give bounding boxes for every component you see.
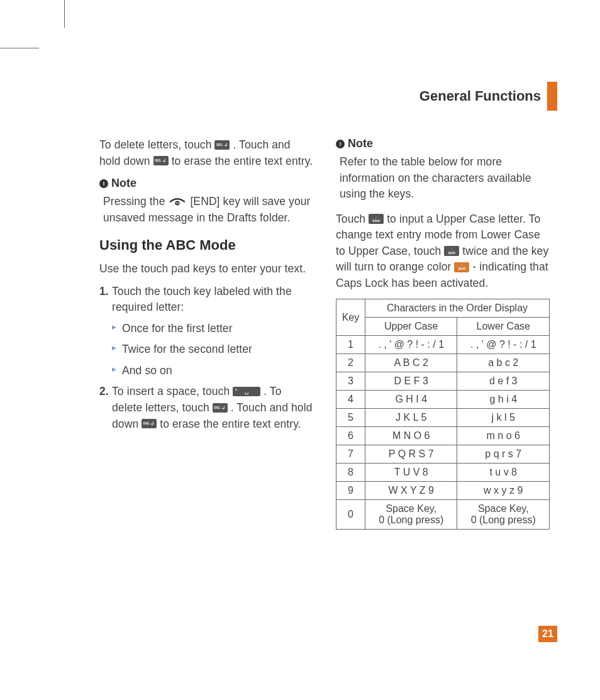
shift-key-icon [369,214,384,224]
crop-mark-v [64,0,65,28]
note-label: Note [111,177,136,190]
text: To insert a space, touch [112,385,233,397]
note-label: Note [348,137,373,150]
table-row: 5J K L 5j k l 5 [336,409,550,427]
note-text: Refer to the table below for more inform… [340,154,550,203]
shift-key-icon [444,246,459,256]
cell-lower: d e f 3 [457,372,550,391]
del-key-icon [213,403,228,413]
list-number: 2. [99,384,109,400]
table-row: 1. , ' @ ? ! - : / 1. , ' @ ? ! - : / 1 [336,336,550,354]
space-key-icon [233,387,260,396]
table-row: 4G H I 4g h i 4 [336,391,550,409]
paragraph: Touch to input a Upper Case letter. To c… [336,211,550,292]
list-item: 1. Touch the touch key labeled with the … [99,284,313,379]
cell-key: 5 [336,409,365,427]
cell-key: 0 [336,500,365,530]
note-body: Refer to the table below for more inform… [340,154,550,203]
note-header: ! Note [99,177,313,190]
ordered-list: 1. Touch the touch key labeled with the … [99,284,313,432]
cell-upper: T U V 8 [365,464,457,482]
cell-key: 2 [336,354,365,372]
text: To delete letters, touch [99,138,214,151]
th-lower: Lower Case [457,318,550,336]
cell-lower: j k l 5 [457,409,550,427]
sub-list: Once for the first letter Twice for the … [112,321,313,379]
text: to erase the entire text entry. [160,418,301,430]
cell-lower: p q r s 7 [457,445,550,464]
cell-key: 4 [336,391,365,409]
note-header: ! Note [336,137,550,150]
text: Touch [336,213,369,225]
header-tab [547,82,557,111]
cell-upper: . , ' @ ? ! - : / 1 [365,336,457,354]
page-title: General Functions [419,88,541,104]
note-text: Pressing the [END] key will save your un… [103,194,313,226]
cell-lower: a b c 2 [457,354,550,372]
cell-upper: G H I 4 [365,391,457,409]
right-column: ! Note Refer to the table below for more… [336,137,550,530]
th-upper: Upper Case [365,318,457,336]
table-row: 8T U V 8t u v 8 [336,464,550,482]
del-key-icon [214,140,230,150]
shift-key-orange-icon [454,262,469,272]
cell-key: 9 [336,482,365,500]
table-row: 9W X Y Z 9w x y z 9 [336,482,550,500]
cell-key: 3 [336,372,365,391]
cell-upper: M N O 6 [365,427,457,445]
sub-item: Once for the first letter [112,321,313,337]
table-body: 1. , ' @ ? ! - : / 1. , ' @ ? ! - : / 12… [336,336,550,530]
char-table: Key Characters in the Order Display Uppe… [336,299,550,530]
cell-lower: g h i 4 [457,391,550,409]
text: Touch the touch key labeled with the req… [112,285,292,314]
th-title: Characters in the Order Display [365,299,549,318]
list-number: 1. [99,284,109,300]
del-key-icon [142,419,157,428]
cell-lower: w x y z 9 [457,482,550,500]
table-row: 6M N O 6m n o 6 [336,427,550,445]
paragraph: Use the touch pad keys to enter your tex… [99,261,313,277]
sub-item: Twice for the second letter [112,342,313,358]
cell-upper: J K L 5 [365,409,457,427]
cell-key: 7 [336,445,365,464]
cell-lower: t u v 8 [457,464,550,482]
del-key-icon [153,156,169,165]
table-row: 3D E F 3d e f 3 [336,372,550,391]
note-body: Pressing the [END] key will save your un… [103,194,313,226]
note-icon: ! [99,179,108,188]
list-item: 2. To insert a space, touch . To delete … [99,384,313,432]
end-key-icon [168,197,187,206]
cell-lower: Space Key, 0 (Long press) [457,500,550,530]
cell-upper: P Q R S 7 [365,445,457,464]
table-row: 0Space Key, 0 (Long press)Space Key, 0 (… [336,500,550,530]
cell-key: 8 [336,464,365,482]
page-header: General Functions [419,82,557,111]
sub-item: And so on [112,363,313,379]
page-number: 21 [538,626,557,642]
text: to erase the entire text entry. [172,155,313,167]
cell-lower: m n o 6 [457,427,550,445]
intro-paragraph: To delete letters, touch . Touch and hol… [99,137,313,169]
cell-upper: D E F 3 [365,372,457,391]
cell-upper: W X Y Z 9 [365,482,457,500]
left-column: To delete letters, touch . Touch and hol… [99,137,313,530]
cell-lower: . , ' @ ? ! - : / 1 [457,336,550,354]
crop-mark-h [0,48,39,48]
text: Pressing the [103,195,168,208]
content: To delete letters, touch . Touch and hol… [99,137,550,530]
th-key: Key [336,299,365,336]
table-row: 7P Q R S 7p q r s 7 [336,445,550,464]
table-row: 2A B C 2a b c 2 [336,354,550,372]
cell-upper: Space Key, 0 (Long press) [365,500,457,530]
section-heading: Using the ABC Mode [99,237,313,253]
cell-upper: A B C 2 [365,354,457,372]
cell-key: 6 [336,427,365,445]
note-icon: ! [336,140,345,148]
cell-key: 1 [336,336,365,354]
